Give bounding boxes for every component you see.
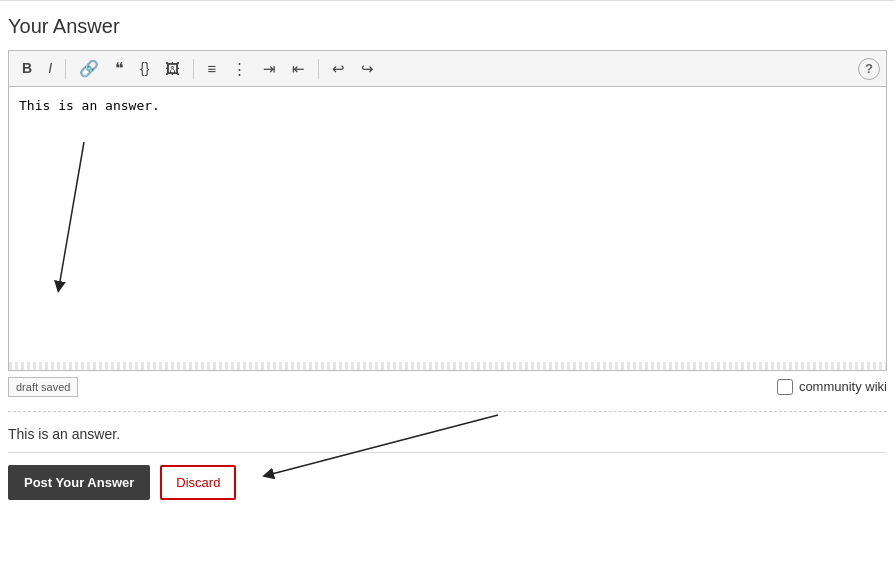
post-answer-button[interactable]: Post Your Answer (8, 465, 150, 500)
redo-button[interactable]: ↪ (354, 56, 381, 82)
preview-divider (8, 411, 887, 412)
discard-button[interactable]: Discard (160, 465, 236, 500)
image-button[interactable]: 🖼 (158, 56, 187, 82)
blockquote-button[interactable]: ❝ (108, 55, 131, 82)
ordered-list-button[interactable]: ≡ (200, 56, 223, 82)
indent-button[interactable]: ⇥ (256, 56, 283, 82)
link-button[interactable]: 🔗 (72, 55, 106, 82)
below-editor-row: draft saved community wiki (8, 371, 887, 403)
community-wiki-label: community wiki (799, 379, 887, 394)
help-button[interactable]: ? (858, 58, 880, 80)
community-wiki-checkbox[interactable] (777, 379, 793, 395)
editor-resize-handle[interactable] (9, 362, 886, 370)
italic-button[interactable]: I (41, 56, 59, 81)
action-row: Post Your Answer Discard (8, 465, 887, 510)
toolbar-sep-1 (65, 59, 66, 79)
editor-wrapper: B I 🔗 ❝ {} 🖼 ≡ ⋮ ⇥ ⇤ ↩ ↪ ? This is an an… (8, 50, 887, 371)
your-answer-heading: Your Answer (8, 15, 887, 38)
code-button[interactable]: {} (133, 56, 156, 81)
toolbar-sep-2 (193, 59, 194, 79)
toolbar-sep-3 (318, 59, 319, 79)
draft-saved-badge: draft saved (8, 377, 78, 397)
action-divider (8, 452, 887, 453)
outdent-button[interactable]: ⇤ (285, 56, 312, 82)
answer-preview: This is an answer. (8, 420, 887, 452)
unordered-list-button[interactable]: ⋮ (225, 56, 254, 82)
undo-button[interactable]: ↩ (325, 56, 352, 82)
community-wiki-row: community wiki (777, 379, 887, 395)
bold-button[interactable]: B (15, 56, 39, 81)
answer-editor[interactable]: This is an answer. (9, 87, 886, 362)
editor-toolbar: B I 🔗 ❝ {} 🖼 ≡ ⋮ ⇥ ⇤ ↩ ↪ ? (9, 51, 886, 87)
